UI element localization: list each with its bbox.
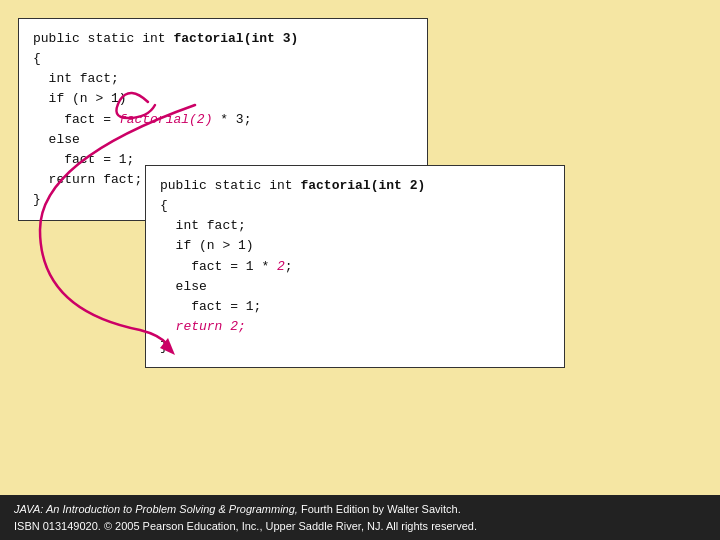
function-name: factorial(int 3) [173,31,298,46]
code-line: int fact; [160,216,550,236]
function-name-2: factorial(int 2) [300,178,425,193]
footer-line1: JAVA: An Introduction to Problem Solving… [14,501,706,518]
code-line: int fact; [33,69,413,89]
code-line: if (n > 1) [160,236,550,256]
code-line: fact = 1; [160,297,550,317]
code-line: { [33,49,413,69]
book-edition: Fourth Edition by Walter Savitch. [301,503,461,515]
code-box-bottom: public static int factorial(int 2) { int… [145,165,565,368]
code-line: public static int factorial(int 3) [33,29,413,49]
footer: JAVA: An Introduction to Problem Solving… [0,495,720,540]
code-line: else [160,277,550,297]
footer-line2: ISBN 013149020. © 2005 Pearson Education… [14,518,706,535]
value-highlight: 2 [277,259,285,274]
code-line: if (n > 1) [33,89,413,109]
book-title: JAVA: An Introduction to Problem Solving… [14,503,298,515]
code-line: fact = factorial(2) * 3; [33,110,413,130]
call-highlight: factorial(2) [119,112,213,127]
page-container: public static int factorial(int 3) { int… [0,0,720,540]
code-line: else [33,130,413,150]
code-line: public static int factorial(int 2) [160,176,550,196]
code-line: fact = 1 * 2; [160,257,550,277]
return-line: return 2; [160,317,550,337]
code-line: { [160,196,550,216]
code-line: } [160,337,550,357]
